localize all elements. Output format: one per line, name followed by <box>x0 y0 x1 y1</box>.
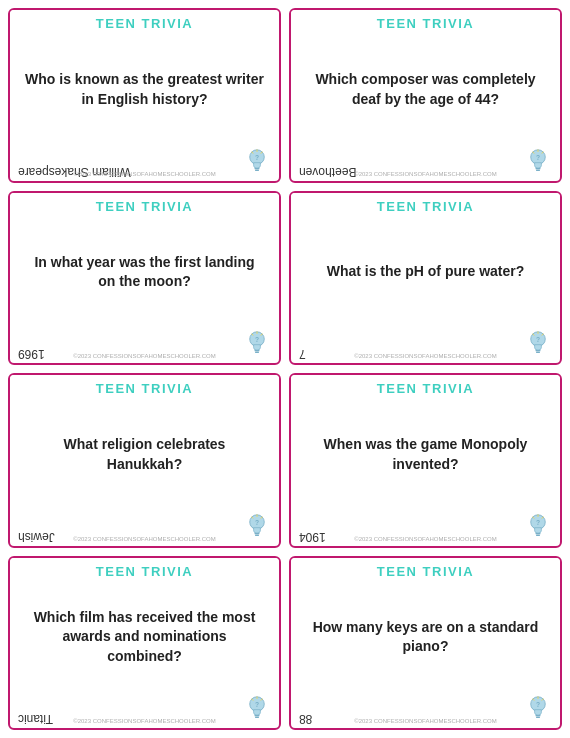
svg-rect-50 <box>535 715 540 717</box>
svg-text:?: ? <box>255 701 259 708</box>
svg-text:?: ? <box>536 153 540 160</box>
trivia-card-3: TEEN TRIVIA In what year was the first l… <box>8 191 281 366</box>
card-question-7: Which film has received the most awards … <box>10 583 279 693</box>
svg-rect-2 <box>255 169 259 170</box>
card-answer-6: 1904 <box>299 530 326 544</box>
svg-rect-22 <box>535 350 540 352</box>
svg-rect-30 <box>255 534 259 535</box>
svg-rect-43 <box>254 715 259 717</box>
svg-text:?: ? <box>255 153 259 160</box>
card-answer-7: Titanic <box>18 712 53 726</box>
copyright-8: ©2023 CONFESSIONSOFAHOMESCHOOLER.COM <box>354 718 496 724</box>
bulb-icon-1: ? <box>243 147 271 179</box>
card-question-1: Who is known as the greatest writer in E… <box>10 35 279 145</box>
copyright-1: ©2023 CONFESSIONSOFAHOMESCHOOLER.COM <box>73 171 215 177</box>
svg-text:?: ? <box>536 518 540 525</box>
svg-rect-29 <box>254 532 259 534</box>
svg-text:?: ? <box>536 701 540 708</box>
card-header-4: TEEN TRIVIA <box>291 193 560 218</box>
svg-rect-23 <box>536 352 540 353</box>
copyright-7: ©2023 CONFESSIONSOFAHOMESCHOOLER.COM <box>73 718 215 724</box>
card-answer-3: 1969 <box>18 347 45 361</box>
svg-text:?: ? <box>255 518 259 525</box>
copyright-6: ©2023 CONFESSIONSOFAHOMESCHOOLER.COM <box>354 536 496 542</box>
card-header-3: TEEN TRIVIA <box>10 193 279 218</box>
svg-rect-9 <box>536 169 540 170</box>
card-header-6: TEEN TRIVIA <box>291 375 560 400</box>
card-answer-2: Beethoven <box>299 165 356 179</box>
svg-rect-1 <box>254 167 259 169</box>
svg-text:?: ? <box>536 336 540 343</box>
bulb-icon-6: ? <box>524 512 552 544</box>
card-question-4: What is the pH of pure water? <box>291 218 560 328</box>
trivia-card-8: TEEN TRIVIA How many keys are on a stand… <box>289 556 562 731</box>
svg-rect-37 <box>536 534 540 535</box>
card-question-5: What religion celebrates Hanukkah? <box>10 400 279 510</box>
card-question-2: Which composer was completely deaf by th… <box>291 35 560 145</box>
trivia-card-1: TEEN TRIVIA Who is known as the greatest… <box>8 8 281 183</box>
svg-rect-44 <box>255 717 259 718</box>
card-answer-8: 88 <box>299 712 312 726</box>
copyright-3: ©2023 CONFESSIONSOFAHOMESCHOOLER.COM <box>73 353 215 359</box>
card-header-7: TEEN TRIVIA <box>10 558 279 583</box>
bulb-icon-2: ? <box>524 147 552 179</box>
svg-rect-16 <box>255 352 259 353</box>
card-header-2: TEEN TRIVIA <box>291 10 560 35</box>
svg-rect-36 <box>535 532 540 534</box>
bulb-icon-4: ? <box>524 329 552 361</box>
bulb-icon-7: ? <box>243 694 271 726</box>
card-answer-5: Jewish <box>18 530 55 544</box>
card-answer-4: 7 <box>299 347 306 361</box>
card-header-8: TEEN TRIVIA <box>291 558 560 583</box>
svg-text:?: ? <box>255 336 259 343</box>
trivia-card-6: TEEN TRIVIA When was the game Monopoly i… <box>289 373 562 548</box>
trivia-card-5: TEEN TRIVIA What religion celebrates Han… <box>8 373 281 548</box>
bulb-icon-8: ? <box>524 694 552 726</box>
trivia-card-2: TEEN TRIVIA Which composer was completel… <box>289 8 562 183</box>
trivia-card-4: TEEN TRIVIA What is the pH of pure water… <box>289 191 562 366</box>
bulb-icon-3: ? <box>243 329 271 361</box>
svg-rect-51 <box>536 717 540 718</box>
svg-rect-15 <box>254 350 259 352</box>
card-question-8: How many keys are on a standard piano? <box>291 583 560 693</box>
trivia-card-7: TEEN TRIVIA Which film has received the … <box>8 556 281 731</box>
card-question-6: When was the game Monopoly invented? <box>291 400 560 510</box>
card-question-3: In what year was the first landing on th… <box>10 218 279 328</box>
copyright-2: ©2023 CONFESSIONSOFAHOMESCHOOLER.COM <box>354 171 496 177</box>
copyright-5: ©2023 CONFESSIONSOFAHOMESCHOOLER.COM <box>73 536 215 542</box>
copyright-4: ©2023 CONFESSIONSOFAHOMESCHOOLER.COM <box>354 353 496 359</box>
card-grid: TEEN TRIVIA Who is known as the greatest… <box>0 0 570 738</box>
card-header-1: TEEN TRIVIA <box>10 10 279 35</box>
bulb-icon-5: ? <box>243 512 271 544</box>
card-header-5: TEEN TRIVIA <box>10 375 279 400</box>
svg-rect-8 <box>535 167 540 169</box>
